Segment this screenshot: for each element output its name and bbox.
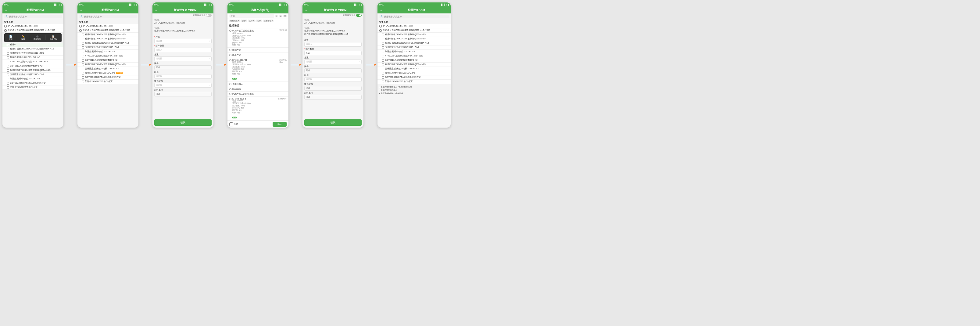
checkbox[interactable] (382, 38, 384, 40)
checkbox[interactable] (382, 51, 384, 53)
list-item[interactable]: 程序E,侧板756X234X22,右,钢板Q235A t=1.5 (2, 69, 64, 73)
checkbox[interactable] (382, 34, 384, 36)
checkbox[interactable] (7, 78, 9, 80)
checkbox[interactable] (382, 55, 384, 58)
thickness-field-3[interactable]: 请选择 › (154, 74, 212, 79)
list-btn-4[interactable]: ☰ (283, 14, 286, 18)
list-item[interactable]: 程序E,侧板756X234X22,右,钢板Q235A t=1.5 (377, 33, 451, 37)
product-radio-enoesis[interactable] (229, 88, 231, 90)
product-item-er350[interactable]: ER350-3300-5 精度: 1520mm 重复定位精度: ±0.03mm … (228, 97, 288, 121)
checkbox[interactable] (82, 34, 84, 36)
checkbox[interactable] (7, 65, 9, 67)
list-item[interactable]: GB/T902.3,螺栓PT-M6X16,电镀锌,右旋 (2, 81, 64, 85)
checkbox[interactable] (7, 61, 9, 63)
list-item[interactable]: 壳体固定板,热镀锌钢板DX51D+Z t=2 (2, 51, 64, 56)
list-item[interactable]: GB/T902.3,螺栓PT-M6X16,电镀锌,右旋 (377, 75, 451, 80)
checkbox[interactable] (7, 82, 9, 85)
toggle-switch-5[interactable] (356, 14, 362, 17)
list-item[interactable]: GB/T2518,热镀锌钢板DX51D+Z t=2 (377, 58, 451, 62)
back-button-4[interactable]: ← (230, 8, 233, 12)
list-item[interactable]: 程序E,侧板756X234X22,右,钢板Q235A t=1.5 (78, 33, 138, 37)
product-radio-drive[interactable] (229, 49, 231, 51)
product-radio-motor[interactable] (229, 54, 231, 56)
list-item[interactable]: 加强筋,热镀锌钢板DX51D+Z t=2 (2, 56, 64, 60)
checkbox[interactable] (382, 72, 384, 75)
back-button-2[interactable]: ← (80, 8, 83, 12)
product-item-enoesis[interactable]: E-noesis (228, 87, 288, 91)
list-item[interactable]: 程序E, 后板760X688X235,IP20,钢板Q235A t=1.5 (2, 47, 64, 51)
list-item[interactable]: ZK-LA,自动台,有主机、油分加热 (78, 24, 138, 29)
list-item[interactable]: 门部件760X688X20,箱门,合页 (78, 80, 138, 84)
back-button-5[interactable]: ← (305, 8, 308, 12)
list-item[interactable]: 程序E, 后板760X688X235,IP20,钢板Q235A t=1.5 (377, 41, 451, 45)
checkbox[interactable] (382, 59, 384, 62)
list-item[interactable]: YT01L0804,线架50,钢管20 6X1-GB/T8163 (78, 54, 138, 58)
checkbox[interactable] (82, 64, 84, 66)
product-radio-er15[interactable] (229, 59, 231, 61)
product-item-welding[interactable]: 焊接机器人 (228, 82, 288, 87)
checkbox[interactable] (82, 59, 84, 62)
filter-tag-label[interactable]: 标签 ▾ (240, 19, 248, 22)
checkbox[interactable] (7, 69, 9, 72)
checkbox[interactable] (379, 29, 382, 32)
detail-btn[interactable]: 📄 详情 (8, 35, 14, 41)
checkbox[interactable] (82, 81, 84, 83)
checkbox[interactable] (79, 29, 82, 32)
toggle-switch-3[interactable] (206, 14, 212, 17)
list-item[interactable]: 壳体固定板,热镀锌钢板DX51D+Z t=2 (78, 67, 138, 71)
checkbox[interactable] (79, 25, 82, 27)
back-button-1[interactable]: ← (5, 8, 8, 12)
search-input-6[interactable] (384, 16, 448, 18)
list-item[interactable]: YT01L0804,线架50,钢管20 6X1-GB/T8163 (2, 60, 64, 64)
list-item[interactable]: 程序E,侧板756X234X22,右,钢板Q235A t=1.5 (78, 37, 138, 41)
list-item[interactable]: 程序E, 后板760X688X235,IP20,钢板Q235A t=1.5 (78, 41, 138, 45)
filter-tag-spec[interactable]: 规格属性 ▾ (229, 19, 240, 22)
product-search-input-4[interactable] (229, 14, 274, 18)
list-item[interactable]: YT01L0804,线架50,钢管20 6X1-GB/T8163 (377, 54, 451, 58)
filter-tag-material[interactable]: 材质 ▾ (256, 19, 262, 22)
list-item[interactable]: 加强筋,热镀锌钢板DX51D+Z t=2 (377, 71, 451, 75)
list-item[interactable]: GB/T902.3,螺栓PT-M6X16,电镀锌,右旋 (78, 75, 138, 80)
list-item[interactable]: 程序E, (2, 43, 64, 47)
list-item[interactable]: 壳体固定板,热镀锌钢板DX51D+Z t=2 (78, 45, 138, 50)
list-item[interactable]: 程序E,侧板756X234X22,右,钢板Q235A t=1.5 (78, 62, 138, 67)
filter-tag-brand[interactable]: 品牌 ▾ (248, 19, 255, 22)
confirm-btn-3[interactable]: 确认 (154, 119, 212, 126)
checkbox[interactable] (382, 76, 384, 79)
list-item[interactable]: 加强筋,热镀锌钢板DX51D+Z t=2 (2, 77, 64, 81)
list-item[interactable]: ZK-LA,自动台,有主机、油分加热 (2, 24, 64, 29)
checkbox[interactable] (4, 25, 7, 27)
list-item[interactable]: 壳体固定板,热镀锌钢板DX51D+Z t=2 (377, 45, 451, 50)
list-item[interactable]: 常规LA台壳体760X688X235,钢板Q235A t=1.5,下层3 (2, 29, 64, 33)
product-radio-welding[interactable] (229, 83, 231, 85)
qty-field-3[interactable]: 请输入 (154, 48, 212, 52)
checkbox[interactable] (382, 64, 384, 66)
product-item-drive[interactable]: 驱动产品 (228, 48, 288, 53)
product-item-motor[interactable]: 电机产品 (228, 53, 288, 58)
product-item-er15[interactable]: ER15-1520-PR 精度: 1520mm 重复定位精度: ±0.03mm … (228, 58, 288, 82)
checkbox[interactable] (382, 68, 384, 70)
select-all-checkbox-4[interactable] (229, 122, 233, 126)
product-field-3[interactable]: 请选择 › (154, 39, 212, 43)
add-child-btn[interactable]: 📋 添加子板 (48, 35, 58, 41)
qty-field-5[interactable]: 2.00 (304, 51, 362, 55)
list-item[interactable]: 门部件760X688X20,箱门,合页 (2, 85, 64, 90)
checkbox[interactable] (82, 72, 84, 75)
confirm-btn-5[interactable]: 确认 (304, 119, 362, 126)
list-item[interactable]: 常规LA台壳体760X688X235,钢板Q235A t=1.5,下层3 (377, 29, 451, 33)
checkbox[interactable] (82, 51, 84, 53)
thickness-field-5[interactable]: 请选择 › (304, 77, 362, 82)
list-item[interactable]: ZK-LA,自动台,有主机、油分加热 (377, 24, 451, 29)
checkbox[interactable] (82, 76, 84, 79)
checkbox[interactable] (82, 42, 84, 45)
product-radio-pcs[interactable] (229, 30, 231, 32)
list-item[interactable]: 程序E,侧板756X234X22,右,钢板Q235A t=1.5 (377, 37, 451, 41)
filter-tag-location[interactable]: 在地地址 ▾ (263, 19, 274, 22)
list-item[interactable]: 壳体固定板,热镀锌钢板DX51D+Z t=2 (377, 67, 451, 71)
weight-field-5[interactable]: 请选择 › (304, 59, 362, 64)
checkbox[interactable] (382, 42, 384, 45)
checkbox[interactable] (7, 56, 9, 59)
confirm-btn-4[interactable]: 确认 (273, 122, 286, 127)
checkbox[interactable] (7, 52, 9, 54)
checkbox[interactable] (382, 81, 384, 83)
